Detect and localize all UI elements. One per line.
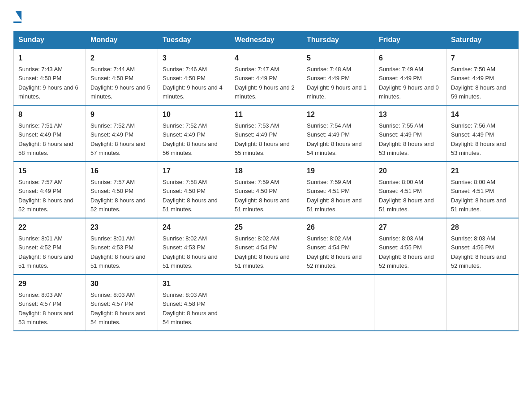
day-daylight: Daylight: 9 hours and 4 minutes. <box>163 84 223 100</box>
day-daylight: Daylight: 8 hours and 51 minutes. <box>163 253 218 269</box>
calendar-cell: 12Sunrise: 7:54 AMSunset: 4:49 PMDayligh… <box>302 105 374 162</box>
day-sunset: Sunset: 4:49 PM <box>451 131 494 138</box>
day-sunrise: Sunrise: 8:03 AM <box>379 235 423 242</box>
calendar-cell: 17Sunrise: 7:58 AMSunset: 4:50 PMDayligh… <box>158 162 230 218</box>
day-sunset: Sunset: 4:49 PM <box>451 75 494 81</box>
day-sunset: Sunset: 4:50 PM <box>90 188 133 194</box>
day-daylight: Daylight: 8 hours and 56 minutes. <box>163 141 218 156</box>
day-sunset: Sunset: 4:51 PM <box>379 188 422 194</box>
day-sunset: Sunset: 4:54 PM <box>235 244 278 251</box>
calendar-cell: 10Sunrise: 7:52 AMSunset: 4:49 PMDayligh… <box>158 105 230 162</box>
day-sunset: Sunset: 4:50 PM <box>163 75 206 81</box>
day-sunrise: Sunrise: 7:57 AM <box>18 179 63 185</box>
day-sunrise: Sunrise: 7:57 AM <box>90 179 135 185</box>
page-header <box>13 9 519 23</box>
day-sunset: Sunset: 4:49 PM <box>90 131 133 138</box>
day-daylight: Daylight: 8 hours and 51 minutes. <box>163 197 218 213</box>
day-sunrise: Sunrise: 7:43 AM <box>18 66 63 73</box>
day-daylight: Daylight: 8 hours and 51 minutes. <box>451 197 506 213</box>
calendar-cell: 31Sunrise: 8:03 AMSunset: 4:58 PMDayligh… <box>158 274 230 331</box>
logo-triangle-icon <box>15 11 21 21</box>
day-sunrise: Sunrise: 7:44 AM <box>90 66 135 73</box>
day-number: 28 <box>451 222 514 233</box>
day-number: 13 <box>379 109 442 120</box>
week-row-2: 8Sunrise: 7:51 AMSunset: 4:49 PMDaylight… <box>14 105 519 162</box>
day-number: 14 <box>451 109 514 120</box>
logo <box>13 9 21 23</box>
day-sunrise: Sunrise: 7:51 AM <box>18 122 63 129</box>
calendar-cell: 7Sunrise: 7:50 AMSunset: 4:49 PMDaylight… <box>446 49 519 105</box>
day-daylight: Daylight: 9 hours and 0 minutes. <box>379 84 439 100</box>
day-sunset: Sunset: 4:50 PM <box>18 75 61 81</box>
day-sunrise: Sunrise: 7:50 AM <box>451 66 495 73</box>
day-sunrise: Sunrise: 8:03 AM <box>18 291 63 298</box>
day-sunset: Sunset: 4:49 PM <box>235 75 278 81</box>
day-sunset: Sunset: 4:57 PM <box>90 300 133 307</box>
day-sunrise: Sunrise: 7:49 AM <box>379 66 423 73</box>
calendar-cell: 3Sunrise: 7:46 AMSunset: 4:50 PMDaylight… <box>158 49 230 105</box>
calendar-cell: 26Sunrise: 8:02 AMSunset: 4:54 PMDayligh… <box>302 218 374 274</box>
calendar-table: SundayMondayTuesdayWednesdayThursdayFrid… <box>13 31 519 331</box>
day-number: 8 <box>18 109 81 120</box>
calendar-cell: 22Sunrise: 8:01 AMSunset: 4:52 PMDayligh… <box>14 218 86 274</box>
day-sunrise: Sunrise: 7:52 AM <box>90 122 135 129</box>
day-number: 5 <box>307 53 369 64</box>
day-sunset: Sunset: 4:53 PM <box>163 244 206 251</box>
header-thursday: Thursday <box>302 31 374 49</box>
day-daylight: Daylight: 8 hours and 51 minutes. <box>307 197 362 213</box>
day-sunrise: Sunrise: 8:03 AM <box>90 291 135 298</box>
day-sunset: Sunset: 4:58 PM <box>163 300 206 307</box>
calendar-cell: 25Sunrise: 8:02 AMSunset: 4:54 PMDayligh… <box>230 218 302 274</box>
day-number: 20 <box>379 166 442 176</box>
day-number: 11 <box>235 109 297 120</box>
day-daylight: Daylight: 8 hours and 51 minutes. <box>235 197 290 213</box>
calendar-header: SundayMondayTuesdayWednesdayThursdayFrid… <box>14 31 519 49</box>
day-number: 1 <box>18 53 81 64</box>
day-sunrise: Sunrise: 7:46 AM <box>163 66 207 73</box>
header-monday: Monday <box>86 31 158 49</box>
day-sunset: Sunset: 4:49 PM <box>18 131 61 138</box>
calendar-cell: 29Sunrise: 8:03 AMSunset: 4:57 PMDayligh… <box>14 274 86 331</box>
day-daylight: Daylight: 8 hours and 51 minutes. <box>18 253 73 269</box>
day-sunset: Sunset: 4:49 PM <box>307 75 350 81</box>
day-number: 16 <box>90 166 153 176</box>
day-sunrise: Sunrise: 7:48 AM <box>307 66 351 73</box>
calendar-cell: 4Sunrise: 7:47 AMSunset: 4:49 PMDaylight… <box>230 49 302 105</box>
day-sunrise: Sunrise: 8:03 AM <box>451 235 495 242</box>
day-sunrise: Sunrise: 7:53 AM <box>235 122 279 129</box>
day-sunrise: Sunrise: 7:54 AM <box>307 122 351 129</box>
day-sunrise: Sunrise: 7:58 AM <box>163 179 207 185</box>
day-daylight: Daylight: 8 hours and 52 minutes. <box>90 197 146 213</box>
day-sunrise: Sunrise: 8:02 AM <box>163 235 207 242</box>
day-daylight: Daylight: 8 hours and 59 minutes. <box>451 84 506 100</box>
day-sunrise: Sunrise: 7:59 AM <box>235 179 279 185</box>
day-number: 3 <box>163 53 225 64</box>
day-daylight: Daylight: 8 hours and 54 minutes. <box>90 310 146 325</box>
day-sunset: Sunset: 4:50 PM <box>90 75 133 81</box>
day-sunrise: Sunrise: 8:03 AM <box>163 291 207 298</box>
day-daylight: Daylight: 8 hours and 52 minutes. <box>307 253 362 269</box>
day-sunrise: Sunrise: 8:01 AM <box>18 235 63 242</box>
day-number: 18 <box>235 166 297 176</box>
day-sunset: Sunset: 4:54 PM <box>307 244 350 251</box>
calendar-cell: 21Sunrise: 8:00 AMSunset: 4:51 PMDayligh… <box>446 162 519 218</box>
header-friday: Friday <box>374 31 446 49</box>
day-sunset: Sunset: 4:57 PM <box>18 300 61 307</box>
day-sunrise: Sunrise: 8:02 AM <box>235 235 279 242</box>
calendar-cell: 15Sunrise: 7:57 AMSunset: 4:49 PMDayligh… <box>14 162 86 218</box>
day-daylight: Daylight: 9 hours and 2 minutes. <box>235 84 295 100</box>
day-sunset: Sunset: 4:56 PM <box>451 244 494 251</box>
day-number: 12 <box>307 109 369 120</box>
day-number: 29 <box>18 278 81 289</box>
calendar-cell: 6Sunrise: 7:49 AMSunset: 4:49 PMDaylight… <box>374 49 446 105</box>
day-number: 31 <box>163 278 225 289</box>
day-number: 15 <box>18 166 81 176</box>
day-number: 27 <box>379 222 442 233</box>
day-sunset: Sunset: 4:49 PM <box>307 131 350 138</box>
day-number: 22 <box>18 222 81 233</box>
day-number: 10 <box>163 109 225 120</box>
day-sunrise: Sunrise: 7:55 AM <box>379 122 423 129</box>
day-number: 6 <box>379 53 442 64</box>
header-saturday: Saturday <box>446 31 519 49</box>
day-number: 19 <box>307 166 369 176</box>
